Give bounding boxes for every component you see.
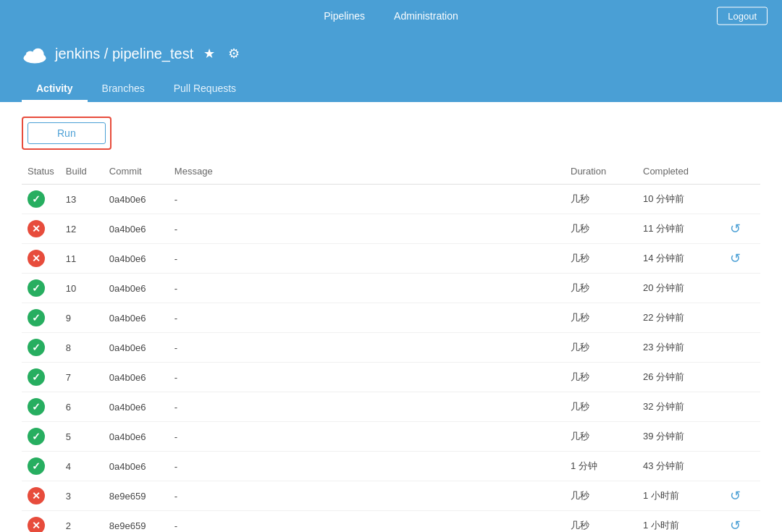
build-duration: 几秒 <box>565 274 637 303</box>
run-button-area: Run <box>22 117 112 150</box>
table-row: ✓70a4b0e6-几秒26 分钟前 <box>22 363 760 392</box>
build-duration: 几秒 <box>565 511 637 533</box>
build-duration: 几秒 <box>565 481 637 511</box>
build-duration: 几秒 <box>565 244 637 274</box>
build-number: 4 <box>60 452 104 481</box>
build-completed: 26 分钟前 <box>637 363 724 392</box>
build-completed: 32 分钟前 <box>637 392 724 422</box>
table-header-row: Status Build Commit Message Duration Com… <box>22 161 760 185</box>
nav-administration[interactable]: Administration <box>394 10 458 22</box>
commit-hash: 8e9e659 <box>104 511 169 533</box>
star-button[interactable]: ★ <box>201 46 218 62</box>
commit-hash: 0a4b0e6 <box>104 422 169 452</box>
build-number: 8 <box>60 333 104 363</box>
fail-icon: ✕ <box>28 487 45 504</box>
commit-message: - <box>169 244 565 274</box>
svg-point-3 <box>24 54 46 63</box>
tab-pull-requests[interactable]: Pull Requests <box>159 77 251 102</box>
table-row: ✓90a4b0e6-几秒22 分钟前 <box>22 303 760 333</box>
commit-message: - <box>169 452 565 481</box>
commit-hash: 0a4b0e6 <box>104 244 169 274</box>
success-icon: ✓ <box>28 339 45 356</box>
success-icon: ✓ <box>28 309 45 326</box>
run-button[interactable]: Run <box>28 122 106 144</box>
settings-button[interactable]: ⚙ <box>225 46 243 62</box>
col-header-completed: Completed <box>637 161 724 185</box>
build-number: 10 <box>60 274 104 303</box>
build-completed: 1 小时前 <box>637 481 724 511</box>
build-number: 2 <box>60 511 104 533</box>
tab-activity[interactable]: Activity <box>22 77 88 102</box>
project-name: jenkins / pipeline_test <box>55 46 193 62</box>
commit-hash: 0a4b0e6 <box>104 452 169 481</box>
commit-hash: 0a4b0e6 <box>104 303 169 333</box>
table-row: ✕28e9e659-几秒1 小时前↺ <box>22 511 760 533</box>
fail-icon: ✕ <box>28 220 45 237</box>
fail-icon: ✕ <box>28 250 45 267</box>
build-number: 9 <box>60 303 104 333</box>
commit-message: - <box>169 422 565 452</box>
build-duration: 几秒 <box>565 214 637 244</box>
build-completed: 23 分钟前 <box>637 333 724 363</box>
build-duration: 几秒 <box>565 333 637 363</box>
commit-message: - <box>169 481 565 511</box>
build-duration: 几秒 <box>565 363 637 392</box>
nav-links: Pipelines Administration <box>324 10 458 22</box>
build-number: 6 <box>60 392 104 422</box>
commit-message: - <box>169 333 565 363</box>
tab-branches[interactable]: Branches <box>88 77 159 102</box>
commit-hash: 0a4b0e6 <box>104 185 169 214</box>
logout-button[interactable]: Logout <box>717 7 768 25</box>
build-number: 11 <box>60 244 104 274</box>
replay-button[interactable]: ↺ <box>730 250 741 266</box>
project-header: jenkins / pipeline_test ★ ⚙ Activity Bra… <box>0 32 782 102</box>
commit-hash: 0a4b0e6 <box>104 274 169 303</box>
project-cloud-icon <box>22 41 48 67</box>
build-number: 5 <box>60 422 104 452</box>
commit-message: - <box>169 392 565 422</box>
col-header-build: Build <box>60 161 104 185</box>
tabs: Activity Branches Pull Requests <box>22 77 760 102</box>
build-table: Status Build Commit Message Duration Com… <box>22 161 760 532</box>
col-header-commit: Commit <box>104 161 169 185</box>
build-duration: 1 分钟 <box>565 452 637 481</box>
build-completed: 10 分钟前 <box>637 185 724 214</box>
success-icon: ✓ <box>28 190 45 208</box>
build-number: 12 <box>60 214 104 244</box>
build-duration: 几秒 <box>565 303 637 333</box>
project-title-row: jenkins / pipeline_test ★ ⚙ <box>22 41 760 67</box>
commit-message: - <box>169 363 565 392</box>
build-completed: 43 分钟前 <box>637 452 724 481</box>
table-row: ✓80a4b0e6-几秒23 分钟前 <box>22 333 760 363</box>
replay-button[interactable]: ↺ <box>730 488 741 504</box>
replay-button[interactable]: ↺ <box>730 221 741 237</box>
table-row: ✓40a4b0e6-1 分钟43 分钟前 <box>22 452 760 481</box>
build-completed: 22 分钟前 <box>637 303 724 333</box>
top-nav: Pipelines Administration Logout <box>0 0 782 32</box>
col-header-status: Status <box>22 161 60 185</box>
commit-message: - <box>169 303 565 333</box>
success-icon: ✓ <box>28 398 45 415</box>
replay-button[interactable]: ↺ <box>730 518 741 532</box>
commit-hash: 0a4b0e6 <box>104 392 169 422</box>
success-icon: ✓ <box>28 457 45 475</box>
build-duration: 几秒 <box>565 422 637 452</box>
success-icon: ✓ <box>28 428 45 445</box>
table-row: ✓100a4b0e6-几秒20 分钟前 <box>22 274 760 303</box>
fail-icon: ✕ <box>28 517 45 532</box>
build-completed: 20 分钟前 <box>637 274 724 303</box>
table-row: ✓130a4b0e6-几秒10 分钟前 <box>22 185 760 214</box>
table-row: ✓50a4b0e6-几秒39 分钟前 <box>22 422 760 452</box>
col-header-message: Message <box>169 161 565 185</box>
commit-message: - <box>169 511 565 533</box>
build-completed: 14 分钟前 <box>637 244 724 274</box>
build-duration: 几秒 <box>565 185 637 214</box>
commit-hash: 0a4b0e6 <box>104 333 169 363</box>
main-content: Run Status Build Commit Message Duration… <box>0 102 782 532</box>
build-duration: 几秒 <box>565 392 637 422</box>
commit-hash: 8e9e659 <box>104 481 169 511</box>
build-completed: 39 分钟前 <box>637 422 724 452</box>
nav-pipelines[interactable]: Pipelines <box>324 10 365 22</box>
success-icon: ✓ <box>28 368 45 386</box>
commit-message: - <box>169 185 565 214</box>
